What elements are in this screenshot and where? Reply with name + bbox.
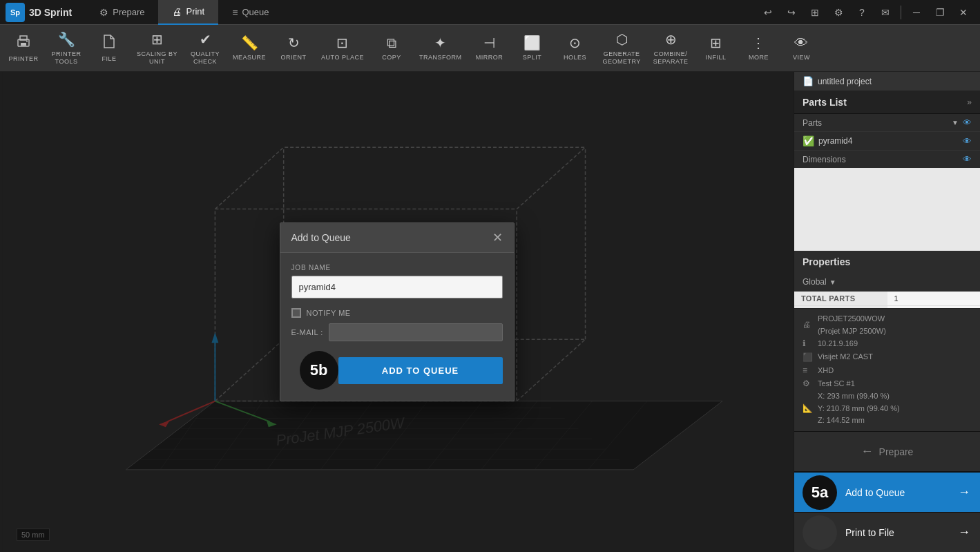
back-label: Prepare — [879, 446, 914, 457]
toolbar-autoplace[interactable]: ⊡ AUTO PLACE — [316, 25, 369, 71]
parts-visibility-btn[interactable]: 👁 — [963, 117, 972, 128]
status-xyz: X: 293 mm (99.40 %) Y: 210.78 mm (99.40 … — [818, 390, 900, 427]
status-test-icon: ⚙ — [803, 377, 814, 390]
status-resolution-icon: ≡ — [803, 364, 814, 377]
toolbar-more[interactable]: ⋮ More — [738, 25, 779, 71]
toolbar-generate-label: GENERATEGEOMETRY — [602, 50, 640, 66]
svg-rect-2 — [21, 43, 26, 46]
parts-dropdown-icon: ▼ — [952, 119, 959, 126]
email-input[interactable] — [329, 323, 503, 341]
close-btn[interactable]: ✕ — [952, 3, 974, 22]
tab-queue[interactable]: ≡ Queue — [218, 0, 282, 25]
toolbar-transform[interactable]: ✦ Transform — [414, 25, 468, 71]
dialog-header: Add to Queue ✕ — [280, 223, 514, 253]
project-name: untitled project — [818, 77, 872, 86]
toolbar-orient-label: Orient — [281, 54, 307, 61]
status-printer-icon: 🖨 — [803, 318, 814, 332]
toolbar-split[interactable]: ⬜ Split — [511, 25, 553, 71]
toolbar-file[interactable]: File — [88, 25, 130, 71]
print-to-file-label: Print to File — [845, 527, 958, 538]
quality-icon: ✔ — [200, 31, 211, 48]
window-controls: ↩ ↪ ⊞ ⚙ ? ✉ ─ ❐ ✕ — [757, 3, 974, 22]
viewport[interactable]: ProJet MJP 2500W — [0, 72, 794, 552]
email-label: E-Mail : — [291, 328, 323, 336]
part-eye-btn[interactable]: 👁 — [963, 136, 972, 146]
dialog-overlay: Add to Queue ✕ Job Name Notify Me E-Mail… — [0, 72, 794, 552]
parts-list-header: Parts List » — [794, 91, 980, 114]
toolbar-measure[interactable]: 📏 Measure — [227, 25, 271, 71]
dimensions-row: Dimensions 👁 — [794, 151, 980, 168]
grid-btn[interactable]: ⊞ — [804, 3, 826, 22]
parts-list-expand[interactable]: » — [967, 97, 972, 107]
toolbar-printer-tools-label: PRINTERTOOLS — [51, 50, 81, 66]
status-material-icon: ⬛ — [803, 351, 814, 364]
dialog-title: Add to Queue — [291, 232, 351, 243]
toolbar-scaling[interactable]: ⊞ SCALING BYUNIT — [131, 25, 183, 71]
help-btn[interactable]: ? — [851, 3, 873, 22]
job-name-input[interactable] — [291, 276, 503, 298]
print-to-file-btn[interactable]: Print to File → — [794, 512, 980, 552]
orient-icon: ↻ — [288, 35, 300, 51]
toolbar-holes-label: Holes — [564, 54, 586, 61]
generate-icon: ⬡ — [616, 31, 628, 48]
properties-table: TOTAL PARTS 1 TOTAL TRIANGLES 19,334 TOT… — [794, 292, 980, 308]
toolbar-split-label: Split — [523, 54, 542, 61]
divider — [901, 6, 901, 19]
toolbar-infill[interactable]: ⊞ Infill — [695, 25, 736, 71]
status-printer-name: PROJET2500WOW (Projet MJP 2500W) — [818, 313, 886, 337]
status-material-row: ⬛ Visijet M2 CAST — [803, 351, 972, 364]
maximize-btn[interactable]: ❐ — [929, 3, 951, 22]
parts-section: Parts ▼ 👁 ✅ pyramid4 👁 Dimensions 👁 — [794, 114, 980, 168]
toolbar-more-label: More — [749, 54, 769, 61]
redo-btn[interactable]: ↪ — [780, 3, 803, 22]
status-info: 🖨 PROJET2500WOW (Projet MJP 2500W) ℹ 10.… — [794, 308, 980, 431]
tab-prepare[interactable]: ⚙ Prepare — [86, 0, 158, 25]
toolbar-view[interactable]: 👁 View — [780, 25, 822, 71]
toolbar-orient[interactable]: ↻ Orient — [273, 25, 314, 71]
toolbar-holes[interactable]: ⊙ Holes — [554, 25, 595, 71]
tab-print[interactable]: 🖨 Print — [158, 0, 218, 25]
toolbar-generate[interactable]: ⬡ GENERATEGEOMETRY — [597, 25, 646, 71]
submit-wrapper: 5b Add to Queue — [291, 351, 503, 390]
scaling-icon: ⊞ — [151, 31, 163, 48]
back-prepare-btn[interactable]: ← Prepare — [794, 432, 980, 472]
app-name: 3D Sprint — [29, 7, 72, 18]
add-to-queue-submit-button[interactable]: Add to Queue — [338, 357, 503, 384]
add-to-queue-arrow-icon: → — [958, 485, 970, 499]
status-resolution-row: ≡ XHD — [803, 364, 972, 377]
toolbar-transform-label: Transform — [419, 54, 462, 61]
job-name-label: Job Name — [291, 264, 503, 272]
parts-label-row: Parts ▼ 👁 — [794, 114, 980, 132]
notify-row: Notify Me — [291, 308, 503, 318]
mail-btn[interactable]: ✉ — [874, 3, 896, 22]
undo-btn[interactable]: ↩ — [757, 3, 779, 22]
toolbar-printer-tools[interactable]: 🔧 PRINTERTOOLS — [46, 25, 87, 71]
more-icon: ⋮ — [751, 35, 765, 51]
bottom-actions: ← Prepare 5a Add to Queue → Print to Fil… — [794, 431, 980, 552]
toolbar-combine[interactable]: ⊕ COMBINE/SEPARATE — [648, 25, 694, 71]
infill-icon: ⊞ — [710, 35, 722, 51]
global-row: Global ▼ — [794, 273, 980, 292]
status-xyz-icon: 📐 — [803, 402, 814, 415]
right-panel: 📄 untitled project Parts List » Parts ▼ … — [794, 72, 980, 552]
nav-tabs: ⚙ Prepare 🖨 Print ≡ Queue — [86, 0, 757, 25]
toolbar-printer[interactable]: Printer — [3, 25, 44, 71]
add-to-queue-btn[interactable]: 5a Add to Queue → — [794, 472, 980, 512]
toolbar-quality[interactable]: ✔ QUALITYCHECK — [184, 25, 226, 71]
dialog-close-button[interactable]: ✕ — [492, 231, 503, 244]
settings-btn[interactable]: ⚙ — [827, 3, 849, 22]
status-resolution: XHD — [818, 365, 834, 377]
notify-checkbox[interactable] — [291, 308, 301, 318]
status-ip: 10.21.9.169 — [818, 338, 858, 350]
toolbar-mirror[interactable]: ⊣ Mirror — [468, 25, 510, 71]
status-test: Test SC #1 — [818, 378, 855, 390]
minimize-btn[interactable]: ─ — [905, 3, 928, 22]
global-dropdown-icon[interactable]: ▼ — [829, 278, 836, 286]
properties-title: Properties — [803, 256, 850, 267]
dimensions-eye-btn[interactable]: 👁 — [963, 154, 972, 164]
combine-icon: ⊕ — [665, 31, 677, 48]
prop-val-total-parts: 1 — [887, 292, 981, 305]
toolbar-copy[interactable]: ⧉ Copy — [371, 25, 412, 71]
toolbar-scaling-label: SCALING BYUNIT — [137, 50, 177, 66]
dimensions-label: Dimensions — [803, 155, 959, 164]
